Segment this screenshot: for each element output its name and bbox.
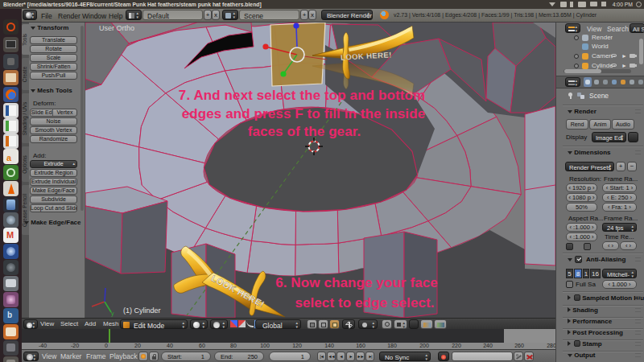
svg-text:(1) Cylinder: (1) Cylinder xyxy=(123,306,161,315)
svg-text:faces of the gear.: faces of the gear. xyxy=(248,124,361,139)
svg-text:7. And next select the top and: 7. And next select the top and bottom xyxy=(179,88,425,103)
svg-text:User Ortho: User Ortho xyxy=(99,24,134,32)
svg-text:select to edge select.: select to edge select. xyxy=(295,295,434,311)
svg-text:edges and press F to fill in t: edges and press F to fill in the inside xyxy=(182,106,425,121)
svg-text:y: y xyxy=(111,311,114,317)
svg-text:6. Now change your face: 6. Now change your face xyxy=(275,275,438,290)
